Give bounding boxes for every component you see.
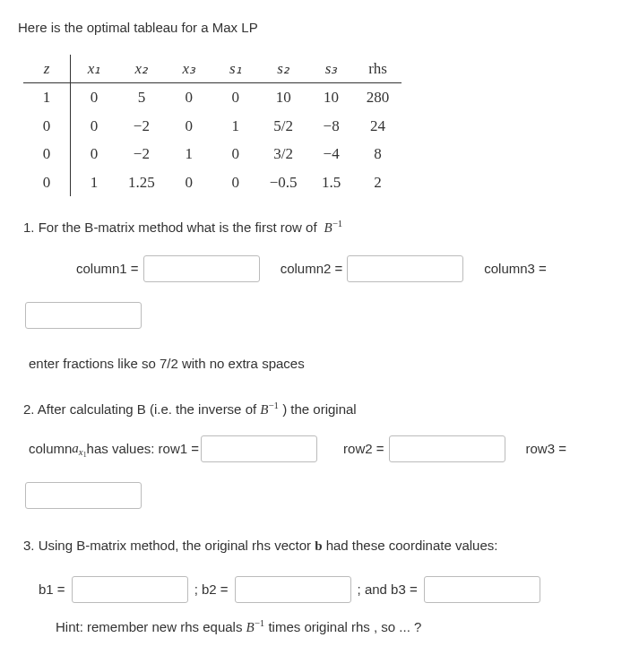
cell: 10 <box>259 83 308 112</box>
question-3: 3. Using B-matrix method, the original r… <box>23 536 621 637</box>
intro-text: Here is the optimal tableau for a Max LP <box>18 18 621 39</box>
col1-input[interactable] <box>143 255 260 282</box>
cell: −0.5 <box>259 168 308 197</box>
b1-label: b1 = <box>39 580 65 600</box>
cell: 0 <box>166 83 212 112</box>
row3-label: row3 = <box>526 439 566 460</box>
cell: −2 <box>117 140 166 168</box>
cell: 1 <box>166 140 212 168</box>
cell: 1 <box>23 83 71 112</box>
col1-label: column1 = <box>76 259 139 280</box>
cell: −2 <box>117 112 166 141</box>
q2-prompt-b: ) the original <box>279 401 357 417</box>
col2-input[interactable] <box>347 255 463 282</box>
cell: 1 <box>212 112 259 141</box>
q1-math: B−1 <box>321 220 342 235</box>
q3-prompt-b: had these coordinate values: <box>322 538 497 553</box>
q3-hint: Hint: remember new rhs equals B−1 times … <box>56 616 621 637</box>
hdr-z: z <box>23 55 71 83</box>
table-row: 1 0 5 0 0 10 10 280 <box>23 83 402 112</box>
cell: 3/2 <box>259 140 308 168</box>
q3-num: 3. <box>23 538 35 553</box>
q2-math: B−1 <box>260 402 279 417</box>
hdr-x2: x₂ <box>117 55 166 83</box>
cell: 0 <box>212 140 259 168</box>
ax1-var: ax1 <box>72 438 86 460</box>
cell: −8 <box>308 112 355 141</box>
row2-label: row2 = <box>343 439 384 460</box>
cell: 1.5 <box>308 168 355 197</box>
cell: 0 <box>166 112 212 141</box>
b2-input[interactable] <box>235 576 351 603</box>
cell: 0 <box>212 168 259 197</box>
hdr-rhs: rhs <box>355 55 402 83</box>
cell: 0 <box>71 140 118 168</box>
hdr-s3: s₃ <box>308 55 355 83</box>
col3-input[interactable] <box>25 302 142 329</box>
table-row: 0 0 −2 1 0 3/2 −4 8 <box>23 140 402 168</box>
table-row: 0 0 −2 0 1 5/2 −8 24 <box>23 112 402 141</box>
cell: 0 <box>71 83 118 112</box>
cell: 5/2 <box>259 112 308 141</box>
b3-input[interactable] <box>424 576 540 603</box>
fraction-hint: enter fractions like so 7/2 with no extr… <box>29 354 621 375</box>
cell: 8 <box>355 140 402 168</box>
table-row: 0 1 1.25 0 0 −0.5 1.5 2 <box>23 168 402 197</box>
cell: 24 <box>355 112 402 141</box>
row1-input[interactable] <box>201 435 317 462</box>
q2-line2b: has values: row1 = <box>87 439 200 460</box>
q2-prompt-a: After calculating B (i.e. the inverse of <box>38 401 260 417</box>
cell: 1 <box>71 168 118 197</box>
cell: 5 <box>117 83 166 112</box>
question-2: 2. After calculating B (i.e. the inverse… <box>23 398 621 509</box>
row2-input[interactable] <box>389 435 505 462</box>
cell: 0 <box>212 83 259 112</box>
q2-num: 2. <box>23 401 35 417</box>
cell: 0 <box>23 140 71 168</box>
cell: 2 <box>355 168 402 197</box>
q3-prompt-a: Using B-matrix method, the original rhs … <box>39 538 315 553</box>
cell: 0 <box>23 168 71 197</box>
b1-input[interactable] <box>72 576 188 603</box>
hdr-s1: s₁ <box>212 55 259 83</box>
b2-label: ; b2 = <box>194 580 229 600</box>
cell: 280 <box>355 83 402 112</box>
col2-label: column2 = <box>281 259 343 280</box>
cell: −4 <box>308 140 355 168</box>
b3-label: ; and b3 = <box>358 580 418 600</box>
cell: 10 <box>308 83 355 112</box>
q1-prompt: For the B-matrix method what is the firs… <box>39 220 321 235</box>
q1-num: 1. <box>23 220 35 235</box>
hdr-x1: x₁ <box>71 55 118 83</box>
tableau: z x₁ x₂ x₃ s₁ s₂ s₃ rhs 1 0 5 0 0 10 10 … <box>23 55 402 197</box>
col3-label: column3 = <box>484 259 547 280</box>
hdr-x3: x₃ <box>166 55 212 83</box>
hdr-s2: s₂ <box>259 55 308 83</box>
cell: 0 <box>23 112 71 141</box>
row3-input[interactable] <box>25 482 142 509</box>
question-1: 1. For the B-matrix method what is the f… <box>23 216 621 375</box>
cell: 1.25 <box>117 168 166 197</box>
tableau-header-row: z x₁ x₂ x₃ s₁ s₂ s₃ rhs <box>23 55 402 83</box>
cell: 0 <box>166 168 212 197</box>
cell: 0 <box>71 112 118 141</box>
q2-line2a: column <box>29 439 72 460</box>
